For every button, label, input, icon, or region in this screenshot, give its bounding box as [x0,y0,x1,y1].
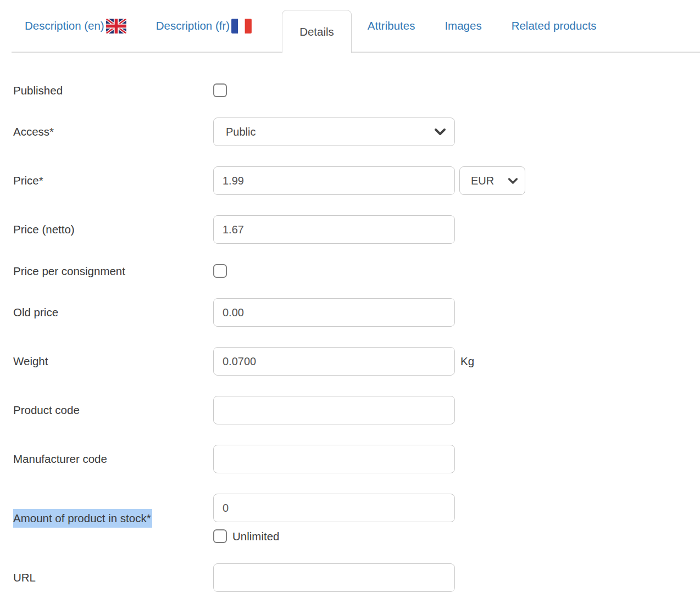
tab-bar: Description (en) Description (fr) Detail… [12,0,700,53]
published-label: Published [13,84,213,97]
tab-attributes-label: Attributes [368,19,415,32]
currency-select[interactable]: EUR [459,166,525,195]
product-code-label: Product code [13,404,213,417]
tab-images[interactable]: Images [430,19,496,32]
unlimited-check-group: Unlimited [213,529,455,543]
row-weight: Weight Kg [13,347,700,376]
row-manufacturer-code: Manufacturer code [13,445,700,473]
france-flag-icon [231,19,252,33]
manufacturer-code-label: Manufacturer code [13,452,213,466]
chevron-down-icon [434,128,446,136]
price-per-consignment-checkbox[interactable] [213,264,227,278]
uk-flag-icon [106,19,126,33]
access-select[interactable]: Public [213,118,455,146]
row-stock: Amount of product in stock* Unlimited [13,494,700,543]
url-label: URL [13,571,213,584]
price-netto-label: Price (netto) [13,223,213,236]
product-details-form: Published Access* Public Price* EUR Pric… [0,53,700,592]
weight-label: Weight [13,355,213,368]
row-published: Published [13,83,700,97]
tab-description-en[interactable]: Description (en) [12,19,141,33]
tab-description-fr[interactable]: Description (fr) [141,19,266,33]
weight-input[interactable] [213,347,455,376]
tab-description-en-label: Description (en) [25,19,104,32]
old-price-input[interactable] [213,298,455,327]
row-price: Price* EUR [13,166,700,195]
access-select-value: Public [226,126,255,138]
tab-related-products-label: Related products [512,19,597,32]
row-price-netto: Price (netto) [13,215,700,244]
stock-input[interactable] [213,494,455,522]
old-price-label: Old price [13,306,213,319]
price-label: Price* [13,174,213,187]
tab-details-label: Details [299,25,334,38]
tab-description-fr-label: Description (fr) [156,19,230,32]
weight-unit-label: Kg [460,355,474,368]
row-product-code: Product code [13,396,700,424]
stock-label: Amount of product in stock* [13,512,213,525]
row-url: URL [13,563,700,592]
row-access: Access* Public [13,118,700,146]
tab-attributes[interactable]: Attributes [353,19,430,32]
tab-related-products[interactable]: Related products [497,19,612,32]
access-label: Access* [13,125,213,138]
published-checkbox[interactable] [213,83,227,97]
unlimited-checkbox[interactable] [213,529,227,543]
stock-label-highlighted-text: Amount of product in stock* [13,509,152,528]
tab-details[interactable]: Details [282,10,352,53]
manufacturer-code-input[interactable] [213,445,455,473]
price-netto-input[interactable] [213,215,455,244]
chevron-down-icon [508,177,518,184]
product-code-input[interactable] [213,396,455,424]
stock-controls: Unlimited [213,494,455,543]
row-price-per-consignment: Price per consignment [13,264,700,278]
currency-select-value: EUR [471,175,494,187]
price-per-consignment-label: Price per consignment [13,265,213,278]
row-old-price: Old price [13,298,700,327]
tab-images-label: Images [445,19,481,32]
price-input[interactable] [213,166,455,195]
unlimited-label: Unlimited [232,530,279,543]
url-input[interactable] [213,563,455,592]
